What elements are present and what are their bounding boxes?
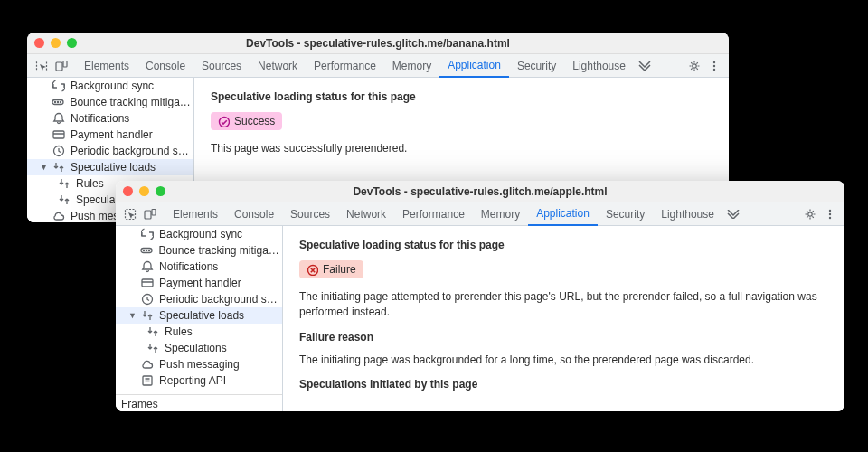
bell-icon — [141, 260, 154, 273]
speculations-heading: Speculations initiated by this page — [299, 378, 828, 391]
sidebar-item-payment-handler[interactable]: Payment handler — [116, 275, 282, 291]
sidebar-item-speculations[interactable]: Speculations — [116, 340, 282, 356]
devtools-window-2: DevTools - speculative-rules.glitch.me/a… — [116, 181, 844, 411]
inspect-icon[interactable] — [121, 205, 139, 223]
window-title: DevTools - speculative-rules.glitch.me/b… — [27, 37, 729, 50]
more-panels-icon[interactable] — [636, 57, 654, 75]
sidebar-item-label: Periodic background sync — [159, 293, 282, 306]
frames-header: Frames — [116, 394, 282, 411]
tab-elements[interactable]: Elements — [165, 202, 226, 226]
sidebar-item-notifications[interactable]: Notifications — [116, 259, 282, 275]
titlebar[interactable]: DevTools - speculative-rules.glitch.me/a… — [116, 181, 844, 202]
sidebar-item-label: Periodic background sync — [71, 145, 193, 157]
status-description: This page was successfully prerendered. — [211, 141, 712, 156]
sync-icon — [52, 80, 65, 92]
specload-icon — [146, 342, 159, 354]
tab-sources[interactable]: Sources — [193, 54, 250, 78]
tab-performance[interactable]: Performance — [306, 54, 384, 78]
sidebar-item-label: Rules — [76, 177, 104, 190]
specload-icon — [141, 309, 154, 322]
sidebar-item-label: Background sync — [71, 80, 154, 92]
tab-sources[interactable]: Sources — [282, 202, 338, 226]
sidebar-item-periodic-background-sync[interactable]: Periodic background sync — [116, 291, 282, 307]
sync-icon — [141, 228, 154, 240]
status-heading: Speculative loading status for this page — [299, 239, 828, 251]
settings-icon[interactable] — [801, 205, 819, 223]
traffic-lights — [123, 186, 165, 196]
sidebar-item-bounce-tracking-mitigations[interactable]: Bounce tracking mitigations — [116, 242, 282, 259]
maximize-button[interactable] — [67, 38, 77, 48]
window-title: DevTools - speculative-rules.glitch.me/a… — [116, 185, 844, 198]
sidebar-item-label: Specula — [76, 193, 115, 206]
tab-security[interactable]: Security — [598, 202, 653, 226]
tab-lighthouse[interactable]: Lighthouse — [564, 54, 634, 78]
devtools-toolbar: ElementsConsoleSourcesNetworkPerformance… — [116, 202, 844, 226]
status-label: Success — [234, 115, 275, 127]
tab-network[interactable]: Network — [338, 202, 394, 226]
close-button[interactable] — [34, 38, 44, 48]
sidebar-item-speculative-loads[interactable]: ▼Speculative loads — [116, 307, 282, 324]
device-toggle-icon[interactable] — [141, 205, 159, 223]
cancel-circle-icon — [307, 264, 318, 276]
sidebar-item-background-sync[interactable]: Background sync — [116, 226, 282, 242]
specload-icon — [58, 177, 71, 190]
chevron-down-icon: ▼ — [40, 163, 47, 172]
settings-icon[interactable] — [685, 57, 703, 75]
sidebar-item-label: Notifications — [71, 112, 129, 125]
sidebar-item-push-messaging[interactable]: Push messaging — [116, 356, 282, 372]
card-icon — [141, 277, 154, 289]
tab-application[interactable]: Application — [528, 202, 598, 226]
status-badge: Success — [211, 112, 282, 130]
tab-elements[interactable]: Elements — [76, 54, 137, 78]
more-panels-icon[interactable] — [724, 205, 742, 223]
status-label: Failure — [323, 263, 356, 276]
tab-lighthouse[interactable]: Lighthouse — [653, 202, 722, 226]
bell-icon — [52, 112, 65, 125]
sidebar: Background syncBounce tracking mitigatio… — [116, 226, 283, 411]
main-content: Speculative loading status for this page… — [283, 226, 844, 411]
chevron-down-icon: ▼ — [128, 311, 136, 320]
more-icon[interactable] — [705, 57, 723, 75]
sidebar-item-label: Bounce tracking mitigations — [158, 244, 282, 257]
minimize-button[interactable] — [139, 186, 149, 196]
tab-console[interactable]: Console — [226, 202, 282, 226]
status-badge: Failure — [299, 260, 363, 278]
tab-memory[interactable]: Memory — [473, 202, 528, 226]
bounce-icon — [52, 96, 64, 108]
devtools-toolbar: ElementsConsoleSourcesNetworkPerformance… — [27, 54, 729, 78]
traffic-lights — [34, 38, 77, 48]
sidebar-item-rules[interactable]: Rules — [116, 324, 282, 340]
sidebar-item-label: Push messaging — [159, 358, 240, 371]
sidebar-item-payment-handler[interactable]: Payment handler — [27, 127, 193, 143]
inspect-icon[interactable] — [33, 57, 51, 75]
sidebar-item-label: Bounce tracking mitigations — [70, 96, 193, 108]
close-button[interactable] — [123, 186, 133, 196]
tab-application[interactable]: Application — [439, 54, 509, 78]
specload-icon — [146, 325, 159, 338]
sidebar-item-bounce-tracking-mitigations[interactable]: Bounce tracking mitigations — [27, 94, 193, 110]
specload-icon — [52, 161, 65, 174]
sidebar-item-label: Payment handler — [159, 277, 241, 289]
sidebar-item-speculative-loads[interactable]: ▼Speculative loads — [27, 159, 193, 175]
tab-network[interactable]: Network — [250, 54, 306, 78]
panel-tabs: ElementsConsoleSourcesNetworkPerformance… — [76, 54, 634, 78]
titlebar[interactable]: DevTools - speculative-rules.glitch.me/b… — [27, 33, 729, 54]
device-toggle-icon[interactable] — [52, 57, 71, 75]
tab-security[interactable]: Security — [509, 54, 564, 78]
maximize-button[interactable] — [156, 186, 165, 196]
check-circle-icon — [218, 116, 230, 127]
sidebar-item-periodic-background-sync[interactable]: Periodic background sync — [27, 143, 193, 159]
minimize-button[interactable] — [51, 38, 61, 48]
more-icon[interactable] — [821, 205, 839, 223]
sidebar-item-label: Notifications — [159, 260, 218, 273]
sidebar-item-reporting-api[interactable]: Reporting API — [116, 372, 282, 389]
tab-performance[interactable]: Performance — [394, 202, 473, 226]
clock-icon — [52, 145, 65, 157]
clock-icon — [141, 293, 154, 306]
failure-reason-heading: Failure reason — [299, 331, 828, 344]
tab-console[interactable]: Console — [137, 54, 193, 78]
sidebar-item-background-sync[interactable]: Background sync — [27, 78, 193, 94]
sidebar-item-notifications[interactable]: Notifications — [27, 110, 193, 127]
sidebar-item-label: Speculations — [165, 342, 227, 354]
tab-memory[interactable]: Memory — [384, 54, 439, 78]
